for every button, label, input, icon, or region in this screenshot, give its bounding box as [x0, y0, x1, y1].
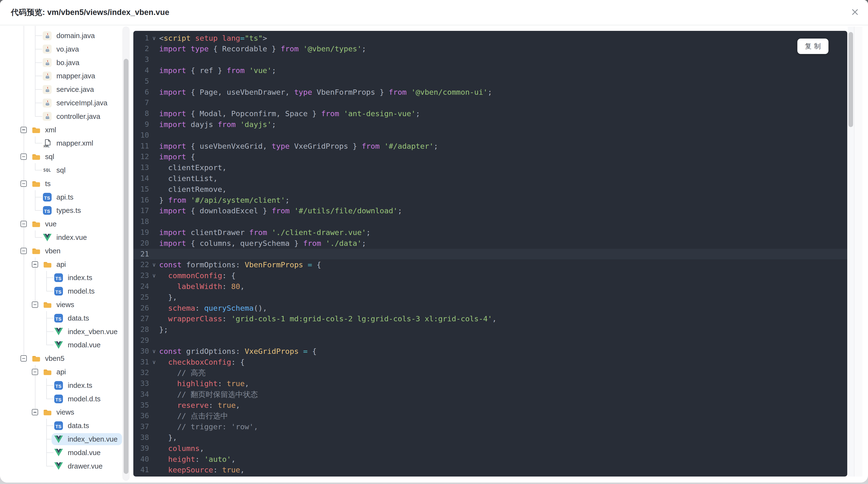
java-cup-icon [44, 73, 51, 79]
tree-item-vue[interactable]: vue [0, 217, 131, 231]
tree-item-model-d-ts[interactable]: TSmodel.d.ts [0, 392, 131, 406]
tree-item-sql[interactable]: SQLsql [0, 163, 131, 177]
tree-folder-row[interactable]: api [40, 366, 70, 378]
collapse-toggle[interactable] [32, 409, 38, 415]
code-token: : { [222, 271, 236, 280]
code-token: wrapperClass [159, 314, 222, 323]
tree-file-row[interactable]: index_vben.vue [52, 433, 122, 445]
tree-folder-row[interactable]: sql [29, 151, 59, 163]
fold-chevron-icon[interactable]: ∨ [149, 33, 159, 44]
ts-icon: TS [54, 287, 63, 296]
tree-file-row[interactable]: TSmodel.ts [52, 285, 99, 297]
tree-item-mapper-java[interactable]: mapper.java [0, 69, 131, 83]
tree-item-xml[interactable]: xml [0, 123, 131, 137]
tree-file-row[interactable]: TSindex.ts [52, 272, 97, 284]
collapse-toggle[interactable] [21, 181, 27, 187]
tree-file-row[interactable]: domain.java [40, 30, 99, 42]
tree-item-controller-java[interactable]: controller.java [0, 110, 131, 123]
tree-file-row[interactable]: TStypes.ts [40, 204, 85, 217]
fold-spacer [149, 130, 159, 141]
tree-file-row[interactable]: modal.vue [52, 339, 105, 351]
collapse-toggle[interactable] [21, 127, 27, 133]
tree-folder-row[interactable]: views [40, 299, 79, 311]
tree-folder-row[interactable]: vben5 [29, 352, 69, 364]
fold-chevron-icon[interactable]: ∨ [149, 259, 159, 270]
tree-file-row[interactable]: SQLsql [40, 164, 70, 176]
tree-item-domain-java[interactable]: domain.java [0, 29, 131, 42]
tree-file-row[interactable]: XMLmapper.xml [40, 137, 97, 149]
tree-file-row[interactable]: bo.java [40, 57, 84, 69]
code-line: 11import { useVbenVxeGrid, type VxeGridP… [133, 141, 847, 152]
tree-item-index-vue[interactable]: index.vue [0, 231, 131, 244]
tree-item-api-ts[interactable]: TSapi.ts [0, 190, 131, 204]
code-line: 28}; [133, 324, 847, 335]
tree-folder-row[interactable]: api [40, 258, 70, 270]
tree-item-index-vben-vue[interactable]: index_vben.vue [0, 432, 131, 446]
tree-item-bo-java[interactable]: bo.java [0, 56, 131, 69]
tree-folder-row[interactable]: ts [29, 178, 55, 190]
tree-item-types-ts[interactable]: TStypes.ts [0, 204, 131, 217]
tree-file-row[interactable]: index_vben.vue [52, 326, 122, 338]
tree-item-views[interactable]: views [0, 298, 131, 312]
close-button[interactable] [848, 5, 862, 19]
xml-file-icon: XML [43, 139, 51, 148]
tree-item-index-ts[interactable]: TSindex.ts [0, 379, 131, 392]
fold-chevron-icon[interactable]: ∨ [149, 357, 159, 367]
tree-file-row[interactable]: modal.vue [52, 447, 105, 459]
tree-folder-row[interactable]: xml [29, 124, 61, 136]
tree-folder-row[interactable]: vben [29, 245, 65, 257]
tree-item-data-ts[interactable]: TSdata.ts [0, 312, 131, 325]
tree-item-index-vben-vue[interactable]: index_vben.vue [0, 325, 131, 338]
tree-file-row[interactable]: serviceImpl.java [40, 97, 112, 109]
collapse-toggle[interactable] [32, 301, 38, 308]
copy-button[interactable]: 复 制 [797, 39, 829, 54]
tree-file-row[interactable]: service.java [40, 84, 98, 95]
fold-chevron-icon[interactable]: ∨ [149, 346, 159, 357]
tree-folder-row[interactable]: views [40, 406, 79, 418]
tree-file-row[interactable]: drawer.vue [52, 460, 107, 472]
code-token: clientExport [159, 163, 222, 172]
tree-item-modal-vue[interactable]: modal.vue [0, 446, 131, 459]
tree-item-drawer-vue[interactable]: drawer.vue [0, 459, 131, 473]
tree-file-row[interactable]: vo.java [40, 43, 83, 55]
tree-item-serviceimpl-java[interactable]: serviceImpl.java [0, 96, 131, 110]
collapse-toggle[interactable] [21, 355, 27, 361]
fold-spacer [149, 411, 159, 421]
tree-item-ts[interactable]: ts [0, 177, 131, 190]
content-scrollbar-thumb[interactable] [848, 32, 853, 127]
collapse-toggle[interactable] [21, 221, 27, 227]
tree-file-row[interactable]: index.vue [40, 231, 91, 244]
tree-item-vben[interactable]: vben [0, 244, 131, 258]
collapse-toggle[interactable] [21, 154, 27, 160]
tree-item-api[interactable]: api [0, 365, 131, 379]
collapse-toggle[interactable] [32, 369, 38, 375]
tree-item-modal-vue[interactable]: modal.vue [0, 338, 131, 352]
collapse-toggle[interactable] [21, 248, 27, 254]
line-number: 20 [133, 238, 149, 249]
tree-folder-row[interactable]: vue [29, 218, 61, 230]
tree-file-row[interactable]: TSdata.ts [52, 312, 94, 324]
tree-item-model-ts[interactable]: TSmodel.ts [0, 284, 131, 298]
tree-file-row[interactable]: controller.java [40, 110, 105, 123]
code-line: 27 wrapperClass: 'grid-cols-1 md:grid-co… [133, 313, 847, 324]
tree-item-api[interactable]: api [0, 258, 131, 271]
tree-item-mapper-xml[interactable]: XMLmapper.xml [0, 136, 131, 150]
fold-chevron-icon[interactable]: ∨ [149, 270, 159, 281]
tree-item-views[interactable]: views [0, 406, 131, 419]
tree-item-vo-java[interactable]: vo.java [0, 42, 131, 56]
tree-item-index-ts[interactable]: TSindex.ts [0, 271, 131, 284]
tree-file-row[interactable]: TSdata.ts [52, 420, 94, 432]
code-line: 33 highlight: true, [133, 378, 847, 389]
tree-item-service-java[interactable]: service.java [0, 83, 131, 96]
line-number: 30 [133, 346, 149, 357]
code-editor[interactable]: 1∨<script setup lang="ts">2import type {… [133, 33, 847, 476]
tree-file-row[interactable]: mapper.java [40, 70, 100, 82]
tree-item-data-ts[interactable]: TSdata.ts [0, 419, 131, 432]
tree-file-row[interactable]: TSapi.ts [40, 191, 78, 203]
folder-icon [31, 246, 40, 255]
tree-file-row[interactable]: TSindex.ts [52, 379, 97, 391]
collapse-toggle[interactable] [32, 261, 38, 267]
tree-item-sql[interactable]: sql [0, 150, 131, 163]
tree-item-vben5[interactable]: vben5 [0, 352, 131, 365]
tree-file-row[interactable]: TSmodel.d.ts [52, 393, 105, 405]
